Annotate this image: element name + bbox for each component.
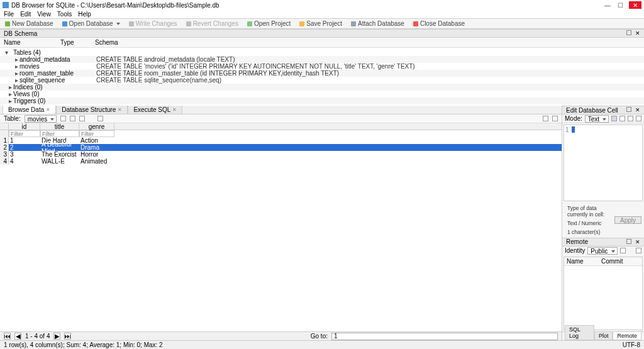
close-panel-icon[interactable]: ✕ [635,239,640,245]
chevron-down-icon [116,23,120,25]
save-project-button[interactable]: Save Project [299,20,342,27]
open-database-button[interactable]: Open Database [62,20,120,27]
print-icon[interactable] [97,116,103,121]
filter-id[interactable] [9,130,40,137]
menu-view[interactable]: View [37,11,51,18]
dock-icon[interactable] [626,30,631,35]
first-page-button[interactable]: ⏮ [4,333,11,340]
push-icon[interactable] [620,248,626,253]
schema-col-schema[interactable]: Schema [95,39,640,46]
schema-col-name[interactable]: Name [4,39,60,46]
save-filter-icon[interactable] [79,116,85,121]
delete-record-icon[interactable] [552,116,558,121]
refresh-remote-icon[interactable] [636,248,641,253]
tree-table-row[interactable]: ▸sqlite_sequenceCREATE TABLE sqlite_sequ… [0,77,644,84]
tree-table-row[interactable]: ▸room_master_tableCREATE TABLE room_mast… [0,70,644,77]
db-schema-header: DB Schema ✕ [0,29,644,38]
close-panel-icon[interactable]: ✕ [635,30,640,36]
identity-select[interactable]: Public [587,247,617,255]
menu-help[interactable]: Help [78,11,91,18]
window-title: DB Browser for SQLite - C:\Users\Besart-… [11,2,219,9]
edit-cell-header: Edit Database Cell ✕ [562,106,644,114]
minimize-button[interactable]: — [604,1,611,9]
schema-col-type[interactable]: Type [60,39,95,46]
new-database-button[interactable]: New Database [5,20,53,27]
tree-tables-node[interactable]: ▾Tables (4) [0,49,644,56]
options-icon[interactable] [636,116,641,121]
tab-remote[interactable]: Remote [613,331,641,340]
tree-indices-node[interactable]: ▸Indices (0) [0,84,644,91]
table-row[interactable]: 3 3 The Exorcist Horror [0,151,562,158]
col-id[interactable]: id [9,123,40,130]
write-icon [129,21,134,26]
menu-file[interactable]: File [4,11,14,18]
tab-database-structure[interactable]: Database Structure✕ [56,106,128,114]
tab-execute-sql[interactable]: Execute SQL✕ [128,106,182,114]
remote-col-commit[interactable]: Commit [601,258,623,265]
table-row-selected[interactable]: 2 2 A Beautiful Mind Drama [0,144,562,151]
menu-tools[interactable]: Tools [57,11,72,18]
col-genre[interactable]: genre [79,123,114,130]
import-icon[interactable] [611,116,617,121]
mode-select[interactable]: Text [585,115,609,123]
close-panel-icon[interactable]: ✕ [635,107,640,113]
apply-button[interactable]: Apply [614,216,641,224]
tree-table-row[interactable]: ▸android_metadataCREATE TABLE android_me… [0,56,644,63]
goto-input[interactable] [331,333,558,340]
tab-close-icon[interactable]: ✕ [118,107,122,113]
maximize-button[interactable]: ☐ [616,1,624,9]
open-project-button[interactable]: Open Project [247,20,291,27]
cell-size-value: 1 character(s) [565,228,614,236]
tab-plot[interactable]: Plot [594,331,613,340]
main-tabs: Browse Data✕ Database Structure✕ Execute… [0,106,562,114]
revert-changes-button[interactable]: Revert Changes [186,20,238,27]
dock-icon[interactable] [626,239,631,244]
filter-genre[interactable] [79,130,114,137]
prev-page-button[interactable]: ◀ [14,333,21,340]
cell-type-value: Text / Numeric [565,219,614,228]
clear-filter-icon[interactable] [70,116,75,121]
table-label: Table: [4,115,21,122]
remote-col-name[interactable]: Name [567,258,601,265]
write-changes-button[interactable]: Write Changes [129,20,177,27]
table-row[interactable]: 4 4 WALL-E Animated [0,158,562,165]
attach-database-button[interactable]: Attach Database [351,20,404,27]
close-window-button[interactable]: ✕ [629,1,641,9]
line-number: 1 [565,126,569,133]
mode-label: Mode: [565,115,582,122]
pager: ⏮ ◀ 1 - 4 of 4 ▶ ⏭ Go to: [0,331,562,340]
tab-sql-log[interactable]: SQL Log [565,325,594,340]
tree-table-row[interactable]: ▸moviesCREATE TABLE 'movies' ('id' INTEG… [0,63,644,70]
export-icon[interactable] [619,116,625,121]
tree-triggers-node[interactable]: ▸Triggers (0) [0,97,644,104]
filter-title[interactable] [40,130,79,137]
bottom-tabs: SQL Log Plot Remote [562,331,644,340]
schema-tree: ▾Tables (4) ▸android_metadataCREATE TABL… [0,48,644,106]
text-caret [572,126,575,133]
menu-edit[interactable]: Edit [20,11,31,18]
close-database-button[interactable]: Close Database [413,20,465,27]
browse-toolbar: Table: movies [0,114,562,123]
dock-icon[interactable] [626,107,631,112]
refresh-icon[interactable] [60,116,66,121]
cell-editor[interactable]: 1 [564,125,643,201]
col-title[interactable]: title [40,123,79,130]
next-page-button[interactable]: ▶ [53,333,60,340]
edit-cell-toolbar: Mode: Text [562,114,644,123]
db-schema-title: DB Schema [4,30,37,37]
table-row[interactable]: 1 1 Die Hard Action [0,137,562,144]
remote-list: Name Commit [564,257,643,331]
identity-label: Identity [565,247,585,254]
tab-close-icon[interactable]: ✕ [46,107,50,113]
tree-views-node[interactable]: ▸Views (0) [0,91,644,97]
remote-toolbar: Identity Public [562,247,644,255]
tab-close-icon[interactable]: ✕ [172,107,177,113]
status-encoding: UTF-8 [623,341,640,348]
last-page-button[interactable]: ⏭ [64,333,71,340]
null-icon[interactable] [628,116,633,121]
new-record-icon[interactable] [543,116,548,121]
tab-browse-data[interactable]: Browse Data✕ [3,106,56,114]
table-select[interactable]: movies [25,115,57,123]
new-db-icon [5,21,10,26]
revert-icon [186,21,191,26]
